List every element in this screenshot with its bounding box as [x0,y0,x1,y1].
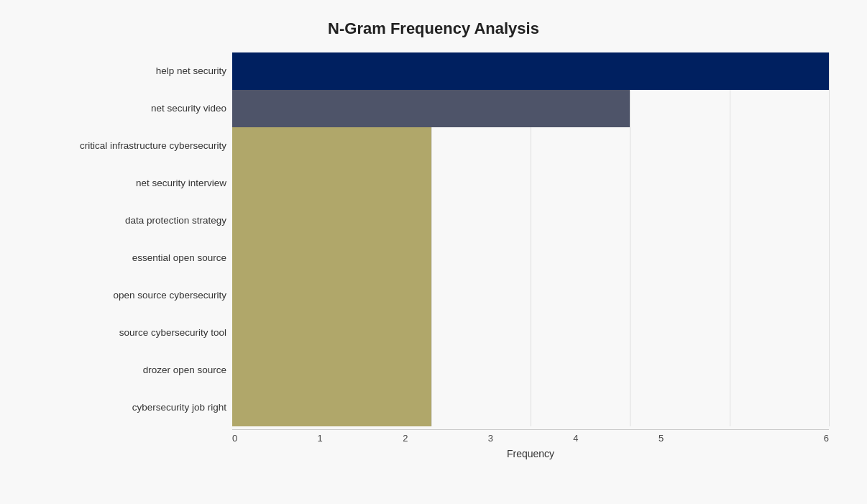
grid-line [630,314,630,352]
bar-row: net security video [38,90,829,127]
grid-line [431,127,432,165]
grid-line [431,314,432,352]
grid-line [531,165,531,202]
grid-line [531,239,531,277]
chart-container: N-Gram Frequency Analysis help net secur… [24,8,843,497]
bar-track [232,314,829,352]
grid-line [630,277,630,314]
grid-line [829,239,830,277]
grid-line [730,277,730,314]
bar-track [232,389,829,426]
bar-row: essential open source [38,239,829,277]
grid-line [730,314,730,352]
bar-label: source cybersecurity tool [38,327,232,338]
grid-line [829,202,830,239]
bar-label: essential open source [38,252,232,263]
x-axis-line [232,429,829,430]
x-tick: 3 [488,433,574,444]
grid-line [829,165,830,202]
chart-title: N-Gram Frequency Analysis [38,19,829,38]
grid-line [630,127,630,165]
bar-track [232,202,829,239]
bar-track [232,127,829,165]
bar-row: net security interview [38,165,829,202]
bar-row: source cybersecurity tool [38,314,829,352]
grid-line [431,389,432,426]
x-tick: 2 [403,433,488,444]
bar-fill [232,352,431,389]
bar-fill [232,165,431,202]
bar-fill [232,202,431,239]
grid-line [630,90,630,127]
grid-line [829,127,830,165]
bar-row: cybersecurity job right [38,389,829,426]
grid-line [431,165,432,202]
grid-line [829,90,830,127]
grid-line [630,202,630,239]
bar-track [232,352,829,389]
grid-line [730,389,730,426]
grid-line [431,202,432,239]
grid-line [531,314,531,352]
bar-row: critical infrastructure cybersecurity [38,127,829,165]
grid-line [531,202,531,239]
x-axis-ticks: 0123456 [232,433,829,444]
bar-label: critical infrastructure cybersecurity [38,140,232,151]
x-tick: 4 [573,433,659,444]
bar-label: cybersecurity job right [38,402,232,413]
bar-track [232,52,829,90]
bar-row: data protection strategy [38,202,829,239]
grid-line [730,127,730,165]
bar-track [232,239,829,277]
x-tick: 1 [318,433,403,444]
bar-fill [232,277,431,314]
grid-line [630,165,630,202]
bar-fill [232,314,431,352]
x-tick: 5 [659,433,744,444]
grid-line [630,239,630,277]
x-axis-label: Frequency [232,448,829,459]
grid-line [730,202,730,239]
x-axis-area: 0123456 Frequency [38,429,829,459]
grid-line [829,352,830,389]
grid-line [730,239,730,277]
grid-line [431,277,432,314]
grid-line [730,352,730,389]
bar-fill [232,90,630,127]
grid-line [730,165,730,202]
bar-track [232,90,829,127]
bar-label: help net security [38,65,232,76]
grid-line [630,389,630,426]
bar-row: help net security [38,52,829,90]
chart-area: help net securitynet security videocriti… [38,52,829,444]
grid-line [531,389,531,426]
bar-track [232,277,829,314]
bar-fill [232,52,829,90]
bar-label: net security video [38,103,232,114]
bar-row: drozer open source [38,352,829,389]
grid-line [531,127,531,165]
grid-line [829,314,830,352]
grid-line [630,352,630,389]
grid-line [531,277,531,314]
x-tick: 0 [232,433,318,444]
bars-wrapper: help net securitynet security videocriti… [38,52,829,426]
x-tick: 6 [743,433,829,444]
bar-label: open source cybersecurity [38,290,232,301]
bar-fill [232,389,431,426]
bar-label: data protection strategy [38,215,232,226]
grid-line [829,389,830,426]
bar-fill [232,239,431,277]
bar-track [232,165,829,202]
bar-label: drozer open source [38,365,232,375]
grid-line [730,90,730,127]
grid-line [829,277,830,314]
grid-line [829,52,830,90]
grid-line [431,352,432,389]
grid-line [531,352,531,389]
grid-line [431,239,432,277]
bar-label: net security interview [38,178,232,188]
bar-row: open source cybersecurity [38,277,829,314]
bar-fill [232,127,431,165]
